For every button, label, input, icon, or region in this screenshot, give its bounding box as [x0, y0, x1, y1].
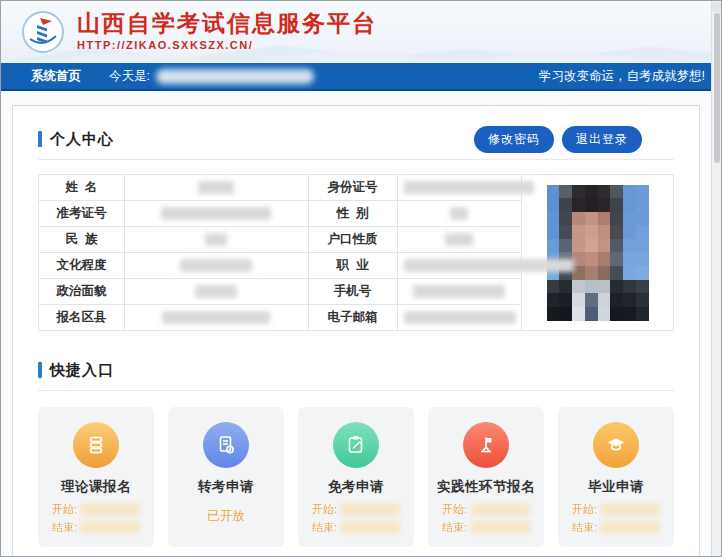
scrollbar: [711, 1, 721, 556]
site-url: HTTP://ZIKAO.SXKSZX.CN/: [77, 39, 377, 51]
date-label: 开始:: [52, 502, 77, 517]
change-password-button[interactable]: 修改密码: [474, 126, 554, 153]
profile-photo-cell: [522, 175, 674, 331]
profile-field-value-redacted: [397, 305, 521, 331]
profile-section-header: 个人中心 修改密码 退出登录: [38, 128, 674, 150]
site-title: 山西自学考试信息服务平台: [77, 9, 377, 37]
profile-field-label: 手机号: [308, 279, 397, 305]
profile-field-label: 电子邮箱: [308, 305, 397, 331]
profile-section-title: 个人中心: [50, 130, 114, 149]
main-content: 个人中心 修改密码 退出登录 姓 名身份证号准考证号性 别民 族户口性质文化程度…: [1, 91, 711, 557]
date-label: 开始:: [572, 502, 597, 517]
date-label: 结束:: [572, 520, 597, 535]
quick-entry-card[interactable]: 理论课报名开始:结束:: [38, 407, 154, 547]
profile-field-value-redacted: [124, 279, 308, 305]
id-photo-pixelated: [547, 185, 649, 321]
quick-entry-card-title: 转考申请: [176, 478, 276, 496]
profile-field-value-redacted: [397, 227, 521, 253]
browser-page: 山西自学考试信息服务平台 HTTP://ZIKAO.SXKSZX.CN/ 系统首…: [0, 0, 722, 557]
profile-field-label: 姓 名: [39, 175, 125, 201]
quick-entry-card-title: 毕业申请: [566, 478, 666, 496]
logout-button[interactable]: 退出登录: [562, 126, 642, 153]
quick-entry-card[interactable]: 实践性环节报名开始:结束:: [428, 407, 544, 547]
profile-field-label: 户口性质: [308, 227, 397, 253]
quick-entry-cards: 理论课报名开始:结束:转考申请已开放免考申请开始:结束:实践性环节报名开始:结束…: [38, 407, 674, 547]
quick-entry-section-title: 快捷入口: [50, 361, 114, 380]
profile-table: 姓 名身份证号准考证号性 别民 族户口性质文化程度职 业政治面貌手机号报名区县电…: [38, 174, 674, 331]
document-icon: [203, 422, 249, 468]
profile-field-value-redacted: [124, 227, 308, 253]
date-value-redacted: [81, 503, 140, 516]
profile-row: 姓 名身份证号: [39, 175, 674, 201]
quick-entry-card-title: 理论课报名: [46, 478, 146, 496]
quick-entry-card-dates: 开始:结束:: [566, 502, 666, 535]
profile-field-label: 文化程度: [39, 253, 125, 279]
section-divider: [38, 390, 674, 391]
profile-field-value-redacted: [397, 201, 521, 227]
profile-field-label: 政治面貌: [39, 279, 125, 305]
quick-entry-card[interactable]: 毕业申请开始:结束:: [558, 407, 674, 547]
scrollbar-thumb[interactable]: [714, 13, 720, 163]
profile-table-body: 姓 名身份证号准考证号性 别民 族户口性质文化程度职 业政治面貌手机号报名区县电…: [39, 175, 674, 331]
date-value-redacted: [601, 503, 660, 516]
nav-slogan: 学习改变命运，自考成就梦想!: [539, 68, 705, 85]
profile-field-value-redacted: [124, 201, 308, 227]
profile-field-label: 民 族: [39, 227, 125, 253]
profile-field-label: 准考证号: [39, 201, 125, 227]
quick-entry-card[interactable]: 转考申请已开放: [168, 407, 284, 547]
date-label: 结束:: [52, 520, 77, 535]
section-accent-bar: [38, 362, 42, 378]
quick-entry-card-title: 实践性环节报名: [436, 478, 536, 496]
flag-icon: [463, 422, 509, 468]
profile-field-value-redacted: [397, 175, 521, 201]
profile-field-value-redacted: [124, 305, 308, 331]
platform-logo: [21, 10, 65, 54]
profile-field-value-redacted: [124, 253, 308, 279]
nav-today: 今天是:: [109, 68, 314, 85]
profile-field-label: 性 别: [308, 201, 397, 227]
date-value-redacted: [341, 503, 400, 516]
today-date-redacted: [156, 69, 314, 84]
date-value-redacted: [341, 521, 400, 534]
date-value-redacted: [471, 521, 530, 534]
content-panel: 个人中心 修改密码 退出登录 姓 名身份证号准考证号性 别民 族户口性质文化程度…: [12, 105, 700, 557]
graduation-icon: [593, 422, 639, 468]
date-label: 结束:: [312, 520, 337, 535]
quick-entry-section-header: 快捷入口: [38, 359, 674, 381]
profile-field-label: 报名区县: [39, 305, 125, 331]
layers-icon: [73, 422, 119, 468]
profile-field-value-redacted: [397, 279, 521, 305]
quick-entry-card-title: 免考申请: [306, 478, 406, 496]
profile-field-value-redacted: [124, 175, 308, 201]
date-label: 结束:: [442, 520, 467, 535]
date-label: 开始:: [442, 502, 467, 517]
quick-entry-card-status: 已开放: [176, 508, 276, 525]
profile-field-label: 职 业: [308, 253, 397, 279]
quick-entry-card-dates: 开始:结束:: [436, 502, 536, 535]
date-value-redacted: [471, 503, 530, 516]
date-label: 开始:: [312, 502, 337, 517]
profile-field-label: 身份证号: [308, 175, 397, 201]
nav-home-link[interactable]: 系统首页: [31, 68, 81, 85]
profile-field-value-redacted: [397, 253, 521, 279]
quick-entry-card[interactable]: 免考申请开始:结束:: [298, 407, 414, 547]
section-accent-bar: [38, 131, 42, 147]
date-value-redacted: [81, 521, 140, 534]
today-label: 今天是:: [109, 68, 150, 85]
date-value-redacted: [601, 521, 660, 534]
quick-entry-card-dates: 开始:结束:: [46, 502, 146, 535]
site-header: 山西自学考试信息服务平台 HTTP://ZIKAO.SXKSZX.CN/: [1, 1, 721, 63]
section-divider: [38, 159, 674, 160]
top-navbar: 系统首页 今天是: 学习改变命运，自考成就梦想!: [1, 63, 721, 91]
quick-entry-card-dates: 开始:结束:: [306, 502, 406, 535]
scrollbar-up-arrow[interactable]: [712, 2, 722, 12]
clipboard-icon: [333, 422, 379, 468]
